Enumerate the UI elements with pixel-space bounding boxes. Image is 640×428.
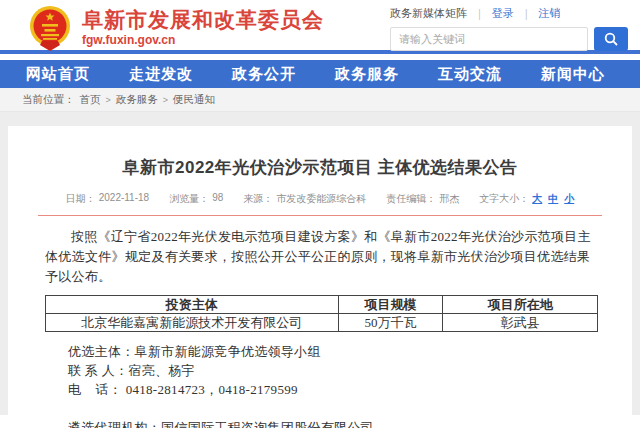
breadcrumb-notice[interactable]: 便民通知 [173,93,215,107]
breadcrumb-separator: > [163,95,168,105]
meta-fontsize: 文字大小： 大 中 小 [479,192,574,206]
cell-location: 彰武县 [443,314,598,332]
nav-item-services[interactable]: 政务服务 [335,60,399,88]
date-label: 日期： [66,192,96,206]
contact-line: 遴选代理机构：国信国际工程咨询集团股份有限公司 [68,418,595,428]
col-header-investor: 投资主体 [46,296,339,314]
link-separator: ｜ [474,6,485,21]
editor-label: 责任编辑： [386,192,436,206]
fontsize-large-button[interactable]: 大 [532,192,542,206]
views-label: 浏览量： [169,192,209,206]
col-header-location: 项目所在地 [443,296,598,314]
site-brand[interactable]: 阜新市发展和改革委员会 fgw.fuxin.gov.cn [82,8,390,47]
media-matrix-link[interactable]: 政务新媒体矩阵 [390,6,467,21]
date-value: 2022-11-18 [99,192,149,206]
contact-line-blank [68,399,595,418]
search-input[interactable] [390,27,588,51]
cell-scale: 50万千瓦 [338,314,443,332]
source-label: 来源： [243,192,273,206]
article-paragraph: 按照《辽宁省2022年光伏发电示范项目建设方案》和《阜新市2022年光伏治沙示范… [45,227,595,287]
search-icon [604,32,618,46]
article-card: 阜新市2022年光伏治沙示范项目 主体优选结果公告 日期： 2022-11-18… [8,126,632,415]
breadcrumb-prefix: 当前位置： [22,93,75,107]
editor-value: 邢杰 [439,192,459,206]
breadcrumb-separator: > [106,95,111,105]
meta-source: 来源： 市发改委能源综合科 [243,192,366,206]
contact-line: 联 系 人：宿亮、杨宇 [68,361,595,380]
article-meta: 日期： 2022-11-18 浏览量： 98 来源： 市发改委能源综合科 责任编… [38,192,602,206]
views-value: 98 [212,192,223,206]
nav-item-interaction[interactable]: 互动交流 [438,60,502,88]
nav-item-home[interactable]: 网站首页 [26,60,90,88]
site-url: fgw.fuxin.gov.cn [82,33,390,47]
search-button[interactable] [594,27,628,51]
cell-investor: 北京华能嘉寓新能源技术开发有限公司 [46,314,339,332]
search-bar [390,27,628,51]
fontsize-medium-button[interactable]: 中 [548,192,558,206]
contact-block: 优选主体：阜新市新能源竞争优选领导小组 联 系 人：宿亮、杨宇 电 话： 041… [68,342,595,428]
breadcrumb-services[interactable]: 政务服务 [116,93,158,107]
logout-link[interactable]: 注销 [539,6,561,21]
breadcrumb: 当前位置： 首页 > 政务服务 > 便民通知 [0,88,640,112]
page-background: 阜新市2022年光伏治沙示范项目 主体优选结果公告 日期： 2022-11-18… [0,112,640,415]
site-title: 阜新市发展和改革委员会 [82,8,390,32]
header-utility: 政务新媒体矩阵 ｜ 登录 ｜ 注销 [390,4,628,51]
fontsize-links: 大 中 小 [532,192,574,206]
nav-item-news[interactable]: 新闻中心 [541,60,605,88]
fontsize-label: 文字大小： [479,192,529,206]
contact-line: 优选主体：阜新市新能源竞争优选领导小组 [68,342,595,361]
fontsize-small-button[interactable]: 小 [564,192,574,206]
table-row: 北京华能嘉寓新能源技术开发有限公司 50万千瓦 彰武县 [46,314,598,332]
meta-editor: 责任编辑： 邢杰 [386,192,459,206]
contact-line: 电 话： 0418-2814723，0418-2179599 [68,380,595,399]
page-title: 阜新市2022年光伏治沙示范项目 主体优选结果公告 [38,126,602,179]
table-header-row: 投资主体 项目规模 项目所在地 [46,296,598,314]
source-value: 市发改委能源综合科 [276,192,366,206]
nav-item-about[interactable]: 走进发改 [129,60,193,88]
nav-item-disclosure[interactable]: 政务公开 [232,60,296,88]
login-link[interactable]: 登录 [492,6,514,21]
title-divider [38,215,602,216]
site-header: 阜新市发展和改革委员会 fgw.fuxin.gov.cn 政务新媒体矩阵 ｜ 登… [0,0,640,50]
main-nav: 网站首页 走进发改 政务公开 政务服务 互动交流 新闻中心 [0,60,640,88]
breadcrumb-home[interactable]: 首页 [80,93,101,107]
link-separator: ｜ [521,6,532,21]
result-table: 投资主体 项目规模 项目所在地 北京华能嘉寓新能源技术开发有限公司 50万千瓦 … [45,295,598,332]
meta-views: 浏览量： 98 [169,192,223,206]
top-links: 政务新媒体矩阵 ｜ 登录 ｜ 注销 [390,6,628,22]
meta-date: 日期： 2022-11-18 [66,192,149,206]
national-emblem-logo[interactable] [28,5,72,51]
col-header-scale: 项目规模 [338,296,443,314]
